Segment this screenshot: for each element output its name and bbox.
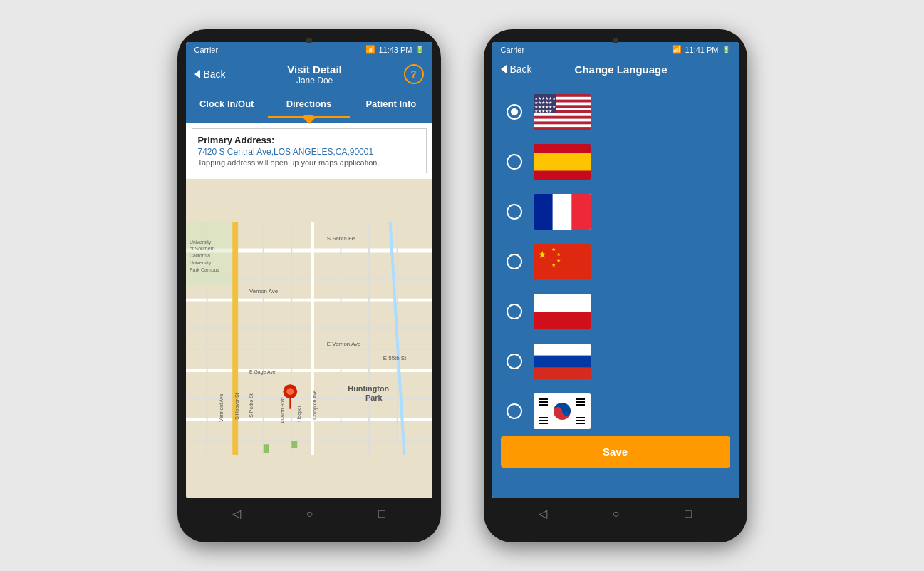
flag-ru	[534, 344, 591, 379]
flag-us: ★★★★★★ ★★★★★ ★★★★★★ ★★★★★	[534, 94, 591, 130]
app-header-1: Back Visit Detail Jane Doe ?	[186, 58, 432, 91]
svg-text:★: ★	[551, 247, 556, 252]
list-item[interactable]	[492, 137, 739, 187]
nav-back-1[interactable]: ◁	[232, 507, 241, 520]
nav-recent-1[interactable]: □	[378, 508, 385, 520]
phone-1: Carrier 📶 11:43 PM 🔋 Back Visit Detail J…	[177, 29, 441, 542]
status-icons-1: 📶 11:43 PM 🔋	[365, 45, 423, 54]
back-chevron-1	[194, 70, 200, 78]
back-chevron-2	[501, 65, 507, 73]
nav-back-2[interactable]: ◁	[539, 507, 547, 520]
svg-text:★: ★	[551, 262, 556, 267]
flag-es	[534, 144, 591, 180]
radio-russian[interactable]	[507, 354, 522, 369]
info-button[interactable]: ?	[404, 64, 424, 84]
change-language-title: Change Language	[532, 63, 710, 76]
save-label: Save	[603, 446, 628, 458]
map-area[interactable]: University of Southern California Univer…	[186, 179, 432, 498]
svg-text:★: ★	[556, 252, 561, 257]
address-box[interactable]: Primary Address: 7420 S Central Ave,LOS …	[192, 128, 427, 173]
svg-point-44	[286, 388, 294, 395]
battery-icon: 🔋	[415, 46, 424, 53]
svg-rect-42	[291, 441, 297, 448]
list-item[interactable]	[492, 187, 739, 237]
svg-text:Vernon Ave: Vernon Ave	[249, 287, 278, 294]
svg-text:Park Campus: Park Campus	[189, 267, 219, 273]
list-item[interactable]	[492, 287, 739, 336]
svg-text:★: ★	[556, 258, 561, 263]
list-item[interactable]: ★ ★ ★ ★ ★	[492, 237, 739, 287]
back-button-2[interactable]: Back	[501, 63, 532, 75]
wifi-icon: 📶	[365, 45, 375, 54]
radio-english[interactable]	[507, 104, 522, 120]
tab-clock-in-out[interactable]: Clock In/Out	[186, 91, 268, 118]
radio-spanish[interactable]	[507, 154, 522, 170]
svg-rect-51	[534, 118, 591, 121]
battery-icon-2: 🔋	[722, 46, 730, 53]
svg-rect-52	[534, 124, 591, 127]
nav-home-1[interactable]: ○	[306, 508, 313, 520]
address-value[interactable]: 7420 S Central Ave,LOS ANGELES,CA,90001	[198, 147, 420, 157]
svg-text:California: California	[189, 253, 209, 258]
tab-directions[interactable]: Directions	[268, 91, 350, 118]
svg-text:University: University	[189, 239, 211, 245]
radio-chinese[interactable]	[507, 254, 522, 269]
svg-text:★★★★★: ★★★★★	[534, 109, 552, 113]
back-button-1[interactable]: Back	[194, 68, 226, 80]
svg-text:Compton Ave: Compton Ave	[311, 390, 317, 419]
svg-text:S Santa Fe: S Santa Fe	[326, 235, 355, 241]
list-item[interactable]	[492, 386, 739, 436]
flag-zh: ★ ★ ★ ★ ★	[534, 244, 591, 279]
svg-rect-72	[534, 344, 591, 356]
tab-patient-info[interactable]: Patient Info	[350, 91, 432, 118]
flag-fr	[534, 194, 591, 230]
svg-rect-50	[534, 113, 591, 115]
carrier-2: Carrier	[501, 46, 525, 54]
svg-rect-62	[571, 194, 591, 230]
language-list: ★★★★★★ ★★★★★ ★★★★★★ ★★★★★	[492, 81, 739, 498]
nav-home-2[interactable]: ○	[613, 508, 620, 520]
svg-text:E 55th St: E 55th St	[383, 354, 406, 361]
status-icons-2: 📶 11:41 PM 🔋	[672, 45, 730, 54]
time-1: 11:43 PM	[378, 46, 412, 54]
svg-text:E Vernon Ave: E Vernon Ave	[326, 340, 360, 346]
tab-bar-1: Clock In/Out Directions Patient Info	[186, 91, 432, 118]
radio-korean[interactable]	[507, 403, 522, 419]
back-label-1: Back	[204, 68, 226, 80]
svg-text:of Southern: of Southern	[189, 246, 214, 251]
svg-text:S Hoover St: S Hoover St	[234, 393, 239, 419]
list-item[interactable]: ★★★★★★ ★★★★★ ★★★★★★ ★★★★★	[492, 87, 739, 137]
back-label-2: Back	[510, 63, 532, 75]
radio-french[interactable]	[507, 204, 522, 220]
patient-name: Jane Doe	[226, 76, 404, 86]
address-label: Primary Address:	[198, 135, 420, 145]
phone-2-screen: Carrier 📶 11:41 PM 🔋 Back Change Languag…	[492, 42, 739, 498]
svg-text:S Pedro St: S Pedro St	[248, 393, 253, 417]
phone-1-screen: Carrier 📶 11:43 PM 🔋 Back Visit Detail J…	[186, 42, 432, 498]
app-header-2: Back Change Language	[492, 58, 739, 81]
status-bar-2: Carrier 📶 11:41 PM 🔋	[492, 42, 739, 58]
nav-recent-2[interactable]: □	[685, 508, 692, 520]
wifi-icon-2: 📶	[672, 45, 682, 54]
radio-inner-english	[511, 108, 518, 115]
carrier-1: Carrier	[194, 46, 219, 54]
svg-rect-41	[263, 444, 269, 453]
flag-ko	[534, 393, 591, 429]
svg-text:★: ★	[538, 249, 547, 260]
svg-text:Avalon Blvd: Avalon Blvd	[280, 397, 285, 423]
svg-rect-73	[534, 367, 591, 379]
svg-text:Huntington: Huntington	[348, 384, 389, 393]
radio-russian-by[interactable]	[507, 304, 522, 319]
list-item[interactable]	[492, 336, 739, 386]
status-bar-1: Carrier 📶 11:43 PM 🔋	[186, 42, 432, 58]
save-button[interactable]: Save	[501, 436, 730, 468]
nav-bar-2: ◁ ○ □	[492, 498, 739, 530]
svg-rect-61	[534, 194, 553, 230]
header-title-2: Change Language	[532, 63, 710, 76]
svg-rect-70	[534, 312, 591, 329]
map-svg: University of Southern California Univer…	[186, 179, 432, 498]
nav-bar-1: ◁ ○ □	[186, 498, 432, 530]
phone-2: Carrier 📶 11:41 PM 🔋 Back Change Languag…	[484, 29, 747, 542]
svg-text:E Gage Ave: E Gage Ave	[249, 369, 275, 375]
address-hint: Tapping address will open up your maps a…	[198, 158, 420, 167]
